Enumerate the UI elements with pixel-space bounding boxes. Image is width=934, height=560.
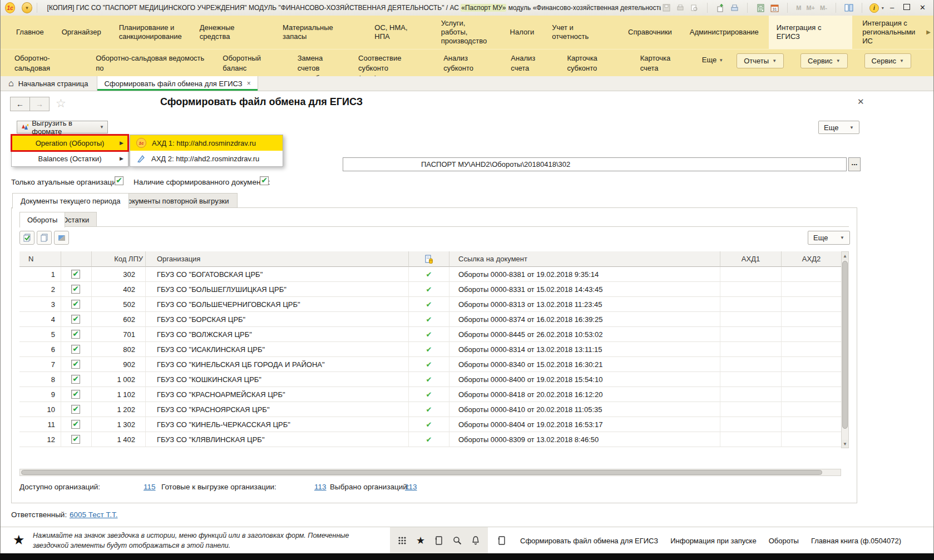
menu-grid-icon[interactable]	[396, 534, 408, 547]
search-icon[interactable]	[451, 534, 463, 547]
tab-oboroty[interactable]: Обороты	[19, 212, 65, 227]
table-row[interactable]: 10 ✔ 1 202 ГБУЗ СО "КРАСНОЯРСКАЯ ЦРБ" ✔ …	[19, 402, 841, 417]
tab-close-icon[interactable]: ×	[247, 80, 251, 87]
export-path-field[interactable]	[343, 157, 847, 171]
calculator-icon[interactable]	[755, 2, 766, 13]
memory-m-plus-button[interactable]: M+	[805, 4, 816, 11]
col-ahd1[interactable]: АХД1	[720, 251, 782, 267]
uncheck-all-button[interactable]	[37, 231, 52, 245]
export-data-icon[interactable]	[715, 2, 726, 13]
ribbon-tab[interactable]: Интеграция с ЕГИСЗ	[769, 16, 852, 49]
back-button[interactable]: ←	[10, 97, 30, 111]
shortcut-link[interactable]: Информация при запуске	[670, 537, 757, 545]
table-row[interactable]: 2 ✔ 402 ГБУЗ СО "БОЛЬШЕГЛУШИЦКАЯ ЦРБ" ✔ …	[19, 282, 841, 297]
vertical-scrollbar[interactable]: ▲ ▼	[841, 251, 849, 448]
memory-m-button[interactable]: M	[795, 4, 802, 11]
history-icon[interactable]	[433, 534, 445, 547]
scroll-up-arrow[interactable]: ▲	[842, 252, 848, 260]
table-row[interactable]: 4 ✔ 602 ГБУЗ СО "БОРСКАЯ ЦРБ" ✔ Обороты …	[19, 312, 841, 327]
row-checkbox[interactable]: ✔	[71, 315, 80, 324]
row-checkbox[interactable]: ✔	[71, 285, 80, 294]
form-more-button[interactable]: Еще▼	[818, 121, 859, 134]
info-icon[interactable]: i	[869, 3, 879, 13]
actual-orgs-checkbox[interactable]: ✔	[115, 176, 123, 185]
ribbon-tab[interactable]: Налоги	[502, 16, 542, 49]
shortcut-link[interactable]: Главная книга (ф.0504072)	[811, 537, 901, 545]
row-checkbox[interactable]: ✔	[71, 300, 80, 309]
tab-current-period-docs[interactable]: Документы текущего периода	[12, 193, 129, 209]
memory-m-minus-button[interactable]: M-	[819, 4, 828, 11]
row-checkbox[interactable]: ✔	[71, 435, 80, 444]
ribbon-tab[interactable]: Администрирование	[682, 16, 767, 49]
forward-button[interactable]: →	[30, 97, 50, 111]
submenu-item-ahd1[interactable]: 1с АХД 1: http://ahd.rosminzdrav.ru	[130, 135, 283, 151]
row-checkbox[interactable]: ✔	[71, 390, 80, 399]
table-row[interactable]: 3 ✔ 502 ГБУЗ СО "БОЛЬШЕЧЕРНИГОВСКАЯ ЦРБ"…	[19, 297, 841, 312]
submenu-item-ahd2[interactable]: АХД 2: http://ahd2.rosminzdrav.ru	[130, 151, 283, 166]
favorites-icon[interactable]: ★	[414, 534, 427, 547]
minimize-button[interactable]: –	[887, 2, 897, 13]
main-menu-button[interactable]: ▼	[22, 2, 32, 13]
col-lpu-code[interactable]: Код ЛПУ	[92, 251, 146, 267]
ribbon-tab[interactable]: Материальные запасы	[275, 16, 364, 49]
print-document-icon[interactable]	[729, 2, 740, 13]
available-orgs-count[interactable]: 115	[144, 483, 156, 491]
ribbon-overflow-arrow-icon[interactable]: ▶	[926, 29, 931, 35]
col-document-link[interactable]: Ссылка на документ	[449, 251, 720, 267]
table-row[interactable]: 6 ✔ 802 ГБУЗ СО "ИСАКЛИНСКАЯ ЦРБ" ✔ Обор…	[19, 342, 841, 357]
col-n[interactable]: N	[19, 251, 61, 267]
formed-doc-checkbox[interactable]: ✔	[260, 176, 269, 185]
col-ahd2[interactable]: АХД2	[782, 251, 841, 267]
document-tab-active[interactable]: Сформировать файл обмена для ЕГИСЗ ×	[97, 76, 258, 91]
shortcut-link[interactable]: Обороты	[769, 537, 799, 545]
scroll-down-arrow[interactable]: ▼	[842, 440, 848, 448]
section-dropdown-button[interactable]: Отчеты▼	[737, 53, 784, 68]
ribbon-tab[interactable]: Услуги, работы, производство	[433, 16, 500, 49]
row-checkbox[interactable]: ✔	[71, 375, 80, 384]
split-window-icon[interactable]	[843, 2, 854, 13]
row-checkbox[interactable]: ✔	[71, 330, 80, 339]
calendar-icon[interactable]: 31	[769, 2, 780, 13]
section-dropdown-button[interactable]: Сервис▼	[800, 53, 847, 68]
table-row[interactable]: 7 ✔ 902 ГБУЗ СО "КИНЕЛЬСКАЯ ЦБ ГОРОДА И …	[19, 357, 841, 372]
table-row[interactable]: 5 ✔ 701 ГБУЗ СО "ВОЛЖСКАЯ ЦРБ" ✔ Обороты…	[19, 327, 841, 342]
home-tab[interactable]: ⌂ Начальная страница	[1, 76, 97, 91]
ribbon-tab[interactable]: Денежные средства	[192, 16, 273, 49]
shortcut-link[interactable]: Сформировать файл обмена для ЕГИСЗ	[520, 537, 658, 545]
ribbon-tab[interactable]: Интеграция с региональными ИС	[854, 16, 933, 49]
section-more-button[interactable]: Еще▼	[702, 55, 723, 65]
ribbon-tab[interactable]: Органайзер	[54, 16, 109, 49]
ready-orgs-count[interactable]: 113	[314, 483, 327, 491]
table-row[interactable]: 9 ✔ 1 102 ГБУЗ СО "КРАСНОАРМЕЙСКАЯ ЦРБ" …	[19, 387, 841, 402]
browse-path-button[interactable]: ...	[848, 157, 861, 171]
row-checkbox[interactable]: ✔	[71, 345, 80, 354]
responsible-link[interactable]: 6005 Тест Т.Т.	[70, 511, 117, 519]
print-preview-icon[interactable]	[689, 2, 700, 13]
ribbon-tab[interactable]: Учет и отчетность	[544, 16, 618, 49]
info-caret-icon[interactable]: ▾	[882, 6, 884, 11]
ribbon-tab[interactable]: ОС, НМА, НПА	[367, 16, 431, 49]
row-checkbox[interactable]: ✔	[71, 360, 80, 369]
save-icon[interactable]	[661, 2, 672, 13]
notifications-bell-icon[interactable]	[470, 534, 482, 547]
section-dropdown-button[interactable]: Сервис▼	[864, 53, 911, 68]
col-checkbox[interactable]	[61, 251, 92, 267]
table-row[interactable]: 1 ✔ 302 ГБУЗ СО "БОГАТОВСКАЯ ЦРБ" ✔ Обор…	[19, 267, 841, 282]
table-row[interactable]: 11 ✔ 1 302 ГБУЗ СО "КИНЕЛЬ-ЧЕРКАССКАЯ ЦР…	[19, 417, 841, 432]
col-organization[interactable]: Организация	[146, 251, 409, 267]
col-status[interactable]	[409, 251, 449, 267]
vertical-scrollbar-thumb[interactable]	[842, 261, 848, 429]
restore-button[interactable]	[900, 2, 913, 13]
row-checkbox[interactable]: ✔	[71, 405, 80, 414]
export-format-button[interactable]: Выгрузить в формате ▼	[17, 121, 108, 133]
table-row[interactable]: 12 ✔ 1 402 ГБУЗ СО "КЛЯВЛИНСКАЯ ЦРБ" ✔ О…	[19, 432, 841, 447]
horizontal-scrollbar[interactable]	[19, 469, 841, 476]
check-all-button[interactable]	[19, 231, 34, 245]
row-checkbox[interactable]: ✔	[71, 420, 80, 429]
favorite-star-icon[interactable]: ☆	[56, 97, 66, 110]
horizontal-scrollbar-thumb[interactable]	[21, 470, 822, 475]
tab-repeat-export-docs[interactable]: Документы повторной выгрузки	[115, 193, 238, 208]
history-icon[interactable]	[496, 534, 508, 547]
ribbon-tab[interactable]: Планирование и санкционирование	[111, 16, 190, 49]
ribbon-tab[interactable]: Справочники	[620, 16, 680, 49]
